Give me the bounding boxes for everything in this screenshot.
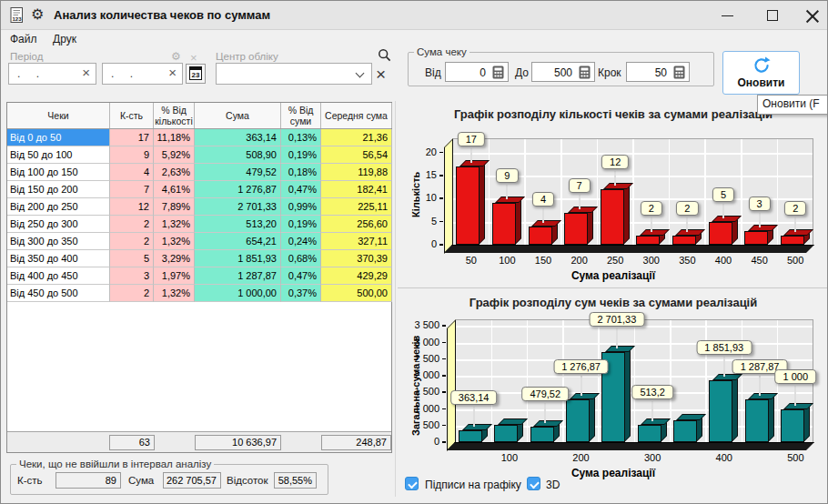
center-clear-icon[interactable]: ×: [376, 65, 386, 85]
column-header-sum[interactable]: Сума: [195, 103, 281, 128]
close-button[interactable]: [794, 1, 828, 30]
calendar-button[interactable]: 23: [186, 64, 206, 84]
table-cell-sum: 513,20: [195, 216, 281, 233]
center-combobox[interactable]: [216, 63, 372, 85]
bar[interactable]: [781, 236, 804, 245]
gridline: [741, 139, 742, 245]
data-label-callout: 363,14: [450, 390, 498, 405]
step-input[interactable]: 50: [626, 62, 690, 82]
labels-on-chart-checkbox[interactable]: [405, 477, 419, 490]
period-clear-icon[interactable]: ×: [190, 51, 197, 65]
app-window: 123 ⚙ Анализ количества чеков по суммам …: [0, 0, 828, 504]
menu-print[interactable]: Друк: [53, 33, 76, 45]
gridline: [598, 320, 600, 442]
y-tick-mark: [442, 425, 446, 427]
table-cell-count: 2: [110, 285, 154, 302]
bar[interactable]: [709, 380, 732, 442]
data-label-callout: 513,2: [631, 385, 673, 399]
menu-file[interactable]: Файл: [10, 33, 37, 45]
window-title: Анализ количества чеков по суммам: [54, 8, 270, 22]
bar[interactable]: [709, 222, 732, 245]
search-icon[interactable]: [378, 48, 391, 62]
table-row[interactable]: Від 400 до 45031,97%1 287,870,47%429,29: [7, 267, 392, 285]
bar[interactable]: [673, 420, 697, 442]
table-cell-range: Від 50 до 100: [7, 146, 110, 164]
callout-connector: [722, 204, 724, 218]
callout-connector: [759, 376, 761, 396]
table-cell-sum: 1 276,87: [195, 181, 281, 198]
refresh-icon: [752, 55, 772, 76]
bar[interactable]: [781, 409, 804, 442]
gridline: [527, 320, 529, 442]
maximize-button[interactable]: [754, 1, 791, 30]
table-row[interactable]: Від 150 до 20074,61%1 276,870,47%182,41: [7, 181, 392, 198]
y-tick-label: 1 500: [405, 386, 439, 397]
bar[interactable]: [672, 236, 696, 245]
chart-3d-floor: [444, 245, 814, 253]
date-from-input[interactable]: . . ×: [8, 63, 96, 85]
chart-count-by-sum: Графік розподілу кількості чеків за сума…: [398, 101, 828, 288]
table-row[interactable]: Від 50 до 10095,92%508,900,19%56,54: [7, 146, 392, 164]
bar[interactable]: [638, 425, 661, 442]
table-cell-avg: 21,36: [321, 129, 392, 146]
table-row[interactable]: Від 450 до 50021,32%1 000,000,37%500,00: [7, 285, 392, 302]
3d-checkbox[interactable]: [527, 477, 540, 490]
calculator-icon[interactable]: [492, 66, 504, 79]
callout-connector: [686, 217, 688, 232]
date-to-input[interactable]: . . ×: [102, 63, 183, 85]
bar[interactable]: [601, 189, 624, 245]
minimize-button[interactable]: [709, 1, 745, 30]
column-header-sum-pct[interactable]: % Від суми: [281, 103, 321, 128]
date-to-clear-icon[interactable]: ×: [168, 65, 177, 80]
column-header-checks[interactable]: Чеки: [7, 103, 110, 128]
y-tick-mark: [439, 175, 443, 176]
table-cell-count_pct: 5,92%: [154, 146, 195, 164]
table-cell-count_pct: 4,61%: [154, 181, 195, 198]
to-value: 500: [554, 66, 572, 79]
bar[interactable]: [636, 236, 660, 245]
bar[interactable]: [492, 203, 516, 245]
callout-connector: [544, 403, 546, 423]
table-cell-sum: 1 287,87: [195, 267, 281, 285]
excluded-sum-label: Сума: [128, 475, 154, 486]
table-cell-avg: 56,54: [321, 146, 392, 164]
from-value: 0: [480, 66, 486, 79]
step-value: 50: [655, 66, 667, 79]
titlebar: 123 ⚙ Анализ количества чеков по суммам: [1, 1, 827, 30]
column-header-avg[interactable]: Середня сума: [321, 103, 392, 128]
bar[interactable]: [529, 227, 552, 245]
data-label-callout: 1 000: [775, 369, 817, 384]
refresh-button[interactable]: Оновити: [722, 51, 800, 95]
table-row[interactable]: Від 350 до 40053,29%1 851,930,68%370,39: [7, 250, 392, 267]
bar[interactable]: [566, 399, 590, 442]
date-from-clear-icon[interactable]: ×: [82, 65, 90, 80]
bar[interactable]: [564, 213, 588, 245]
x-tick-label: 500: [777, 452, 813, 463]
bar[interactable]: [494, 425, 518, 442]
table-cell-count: 2: [110, 216, 154, 233]
bar[interactable]: [745, 399, 769, 442]
calculator-icon[interactable]: [673, 66, 685, 79]
calculator-icon[interactable]: [579, 66, 591, 79]
table-row[interactable]: Від 100 до 15042,63%479,520,18%119,88: [7, 164, 392, 181]
table-row[interactable]: Від 0 до 501711,18%363,140,13%21,36: [7, 129, 392, 146]
bar[interactable]: [530, 427, 554, 442]
chart2-x-axis-label: Сума реалізації: [398, 467, 828, 479]
table-row[interactable]: Від 300 до 35021,32%654,210,24%327,11: [7, 233, 392, 250]
period-settings-gear-icon[interactable]: ⚙: [171, 50, 181, 63]
table-row[interactable]: Від 250 до 30021,32%513,200,19%256,60: [7, 216, 392, 233]
excluded-legend: Чеки, що не ввійшли в інтервал аналізу: [16, 459, 214, 469]
bar[interactable]: [456, 166, 480, 245]
panel-divider: [395, 101, 396, 497]
bar[interactable]: [459, 430, 482, 442]
table-cell-count: 17: [110, 129, 154, 146]
y-tick-mark: [442, 375, 446, 377]
table-row[interactable]: Від 200 до 250127,89%2 701,330,99%225,11: [7, 198, 392, 216]
from-input[interactable]: 0: [445, 62, 509, 82]
bar[interactable]: [744, 231, 768, 245]
to-input[interactable]: 500: [531, 62, 595, 82]
totals-count: 63: [109, 435, 155, 450]
column-header-count-pct[interactable]: % Від кількості: [154, 103, 195, 128]
y-tick-mark: [439, 221, 443, 223]
column-header-count[interactable]: К-сть: [110, 103, 154, 128]
